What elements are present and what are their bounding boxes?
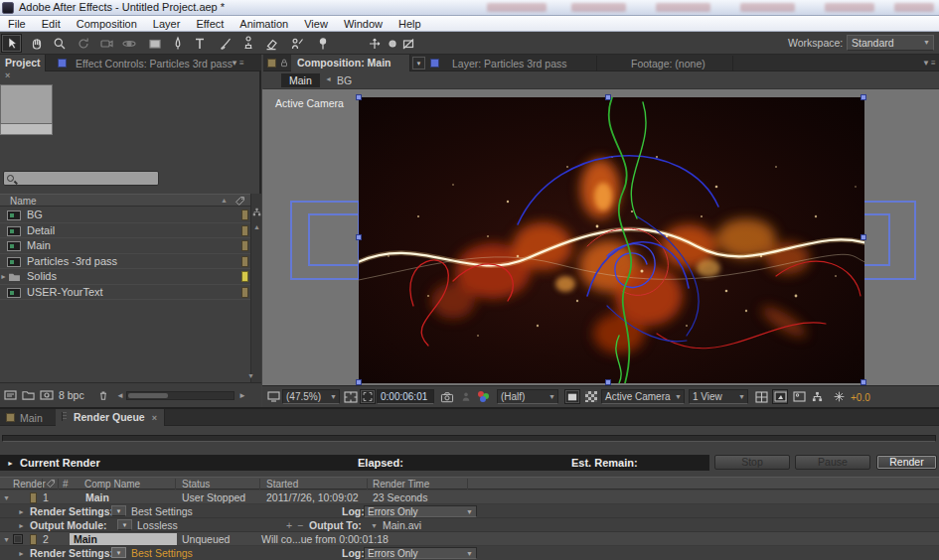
- tab-layer-particles[interactable]: Layer: Particles 3rd pass: [452, 58, 567, 70]
- scroll-up-icon[interactable]: ▲: [253, 223, 260, 230]
- menu-window[interactable]: Window: [336, 16, 391, 32]
- search-input[interactable]: [3, 171, 159, 186]
- always-preview-icon[interactable]: [265, 389, 281, 404]
- render-item-1[interactable]: ▼ 1 Main User Stopped 2011/7/26, 10:09:0…: [0, 490, 939, 504]
- col-started[interactable]: Started: [266, 479, 298, 490]
- project-item-solids[interactable]: ► Solids: [0, 269, 250, 285]
- show-snapshot-icon[interactable]: [458, 389, 474, 404]
- axis-view-icon[interactable]: [397, 34, 418, 53]
- menu-help[interactable]: Help: [391, 16, 429, 32]
- composition-image[interactable]: [359, 97, 864, 383]
- channel-rgb-icon[interactable]: [476, 389, 492, 404]
- grid-guides-icon[interactable]: [753, 389, 769, 404]
- menu-composition[interactable]: Composition: [69, 16, 145, 32]
- label-color-chip[interactable]: [241, 240, 248, 251]
- name-column-header[interactable]: Name: [10, 196, 37, 207]
- label-color-chip[interactable]: [30, 492, 37, 503]
- project-item-user-yourtext[interactable]: USER-YourText: [0, 285, 250, 301]
- render-queue-column-headers[interactable]: Render # Comp Name Status Started Render…: [0, 477, 939, 490]
- output-module-dropdown[interactable]: ▼: [117, 519, 132, 530]
- selection-handle[interactable]: [861, 94, 866, 100]
- transparency-grid-icon[interactable]: [583, 389, 599, 404]
- log-dropdown[interactable]: Errors Only ▼: [364, 505, 477, 517]
- hand-tool-icon[interactable]: [26, 34, 47, 53]
- render-item-2[interactable]: ▼ 2 Main Unqueued Will co...ue from 0:00…: [0, 532, 939, 546]
- breadcrumb-previous[interactable]: BG: [337, 74, 352, 86]
- label-color-chip[interactable]: [241, 287, 248, 298]
- scroll-right-icon[interactable]: ►: [238, 391, 246, 400]
- brush-tool-icon[interactable]: [215, 34, 235, 53]
- twirl-icon[interactable]: ►: [0, 273, 7, 280]
- composition-viewer[interactable]: Active Camera: [262, 89, 939, 385]
- menu-layer[interactable]: Layer: [145, 16, 189, 32]
- add-output-icon[interactable]: +: [286, 519, 292, 531]
- twirl-icon[interactable]: ▼: [3, 494, 10, 501]
- pen-tool-icon[interactable]: [167, 34, 188, 53]
- orbit-camera-tool-icon[interactable]: [118, 34, 139, 53]
- render-settings-dropdown[interactable]: ▼: [111, 505, 126, 516]
- eraser-tool-icon[interactable]: [260, 34, 281, 53]
- selection-handle[interactable]: [605, 379, 611, 385]
- menu-view[interactable]: View: [296, 16, 336, 32]
- menu-animation[interactable]: Animation: [232, 16, 296, 32]
- trash-icon[interactable]: [97, 389, 109, 403]
- region-of-interest-icon[interactable]: [360, 389, 376, 404]
- new-composition-icon[interactable]: [40, 389, 54, 403]
- preview-favorite-icon[interactable]: [772, 389, 788, 404]
- clone-stamp-tool-icon[interactable]: [237, 34, 258, 53]
- resolution-dropdown[interactable]: (Half) ▼: [497, 389, 558, 404]
- camera-tool-icon[interactable]: [95, 34, 116, 53]
- view-layout-dropdown[interactable]: 1 View ▼: [689, 389, 748, 404]
- project-list-header[interactable]: Name ▲: [0, 194, 250, 207]
- tab-render-queue[interactable]: Render Queue ×: [56, 409, 165, 426]
- col-render-time[interactable]: Render Time: [373, 479, 429, 490]
- twirl-icon[interactable]: ►: [18, 550, 25, 557]
- tab-project[interactable]: Project ×: [0, 55, 46, 71]
- tab-main-timeline[interactable]: Main: [20, 412, 43, 424]
- pause-button[interactable]: Pause: [795, 455, 870, 470]
- panel-menu-icon[interactable]: ▼≡: [922, 59, 937, 68]
- col-comp-name[interactable]: Comp Name: [84, 479, 140, 490]
- col-render[interactable]: Render: [13, 479, 46, 490]
- twirl-icon[interactable]: ►: [18, 522, 25, 529]
- label-color-chip[interactable]: [30, 534, 37, 545]
- timecode-display[interactable]: 0:00:06:01: [377, 389, 434, 404]
- project-item-bg[interactable]: BG: [0, 208, 250, 223]
- breadcrumb-current[interactable]: Main: [281, 73, 320, 87]
- twirl-icon[interactable]: ▼: [3, 536, 10, 543]
- puppet-pin-tool-icon[interactable]: [312, 34, 333, 53]
- exposure-shutter-icon[interactable]: [831, 389, 847, 404]
- panel-menu-icon[interactable]: ▼≡: [231, 59, 245, 68]
- label-column-icon[interactable]: [46, 479, 56, 489]
- selection-tool-icon[interactable]: [1, 34, 22, 53]
- menu-effect[interactable]: Effect: [188, 16, 232, 32]
- close-icon[interactable]: ×: [5, 70, 10, 80]
- render-settings-value[interactable]: Best Settings: [131, 547, 193, 559]
- render-checkbox[interactable]: [13, 534, 23, 544]
- comp-selector-dropdown[interactable]: ▼: [412, 57, 425, 70]
- photo-icon[interactable]: [791, 389, 807, 404]
- label-color-chip[interactable]: [241, 225, 248, 236]
- twirl-icon[interactable]: ►: [18, 508, 25, 515]
- remove-output-icon[interactable]: −: [297, 519, 303, 531]
- 3d-view-dropdown[interactable]: Active Camera ▼: [601, 389, 685, 404]
- log-dropdown[interactable]: Errors Only ▼: [364, 547, 477, 559]
- selection-handle[interactable]: [356, 94, 362, 100]
- zoom-tool-icon[interactable]: [49, 34, 70, 53]
- selection-handle[interactable]: [356, 379, 362, 385]
- tab-footage-none[interactable]: Footage: (none): [631, 58, 705, 70]
- selection-handle[interactable]: [861, 379, 866, 385]
- selection-handle[interactable]: [356, 234, 362, 240]
- safe-margins-icon[interactable]: [343, 389, 359, 404]
- scrollbar-thumb[interactable]: [128, 393, 168, 398]
- roto-brush-tool-icon[interactable]: [286, 34, 307, 53]
- col-num[interactable]: #: [63, 479, 69, 490]
- menu-file[interactable]: File: [0, 16, 34, 32]
- snapshot-camera-icon[interactable]: [439, 389, 455, 404]
- comp-name-selected[interactable]: Main: [70, 533, 177, 545]
- render-button[interactable]: Render: [876, 455, 937, 470]
- render-settings-value[interactable]: Best Settings: [131, 505, 193, 517]
- output-to-value[interactable]: Main.avi: [383, 519, 421, 531]
- rotation-tool-icon[interactable]: [73, 34, 93, 53]
- exposure-value[interactable]: +0.0: [851, 392, 870, 403]
